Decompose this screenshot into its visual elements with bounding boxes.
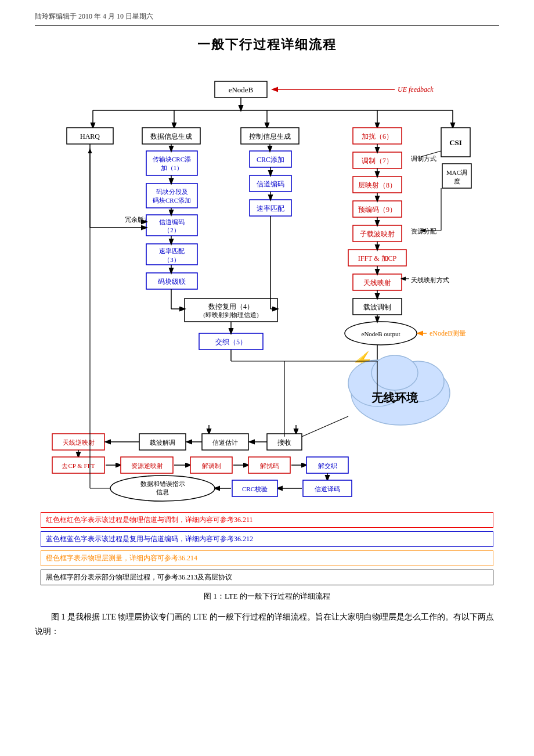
legend-orange: 橙色框字表示物理层测量，详细内容可参考36.214: [41, 550, 493, 566]
svg-text:子载波映射: 子载波映射: [360, 230, 395, 238]
page-title: 一般下行过程详细流程: [35, 36, 499, 53]
svg-text:速率匹配: 速率匹配: [159, 247, 185, 254]
svg-text:eNodeB测量: eNodeB测量: [430, 329, 466, 337]
svg-text:（3）: （3）: [164, 256, 180, 263]
svg-text:解调制: 解调制: [202, 462, 221, 469]
svg-text:解扰码: 解扰码: [260, 462, 279, 469]
author-line: 陆玲辉编辑于 2010 年 4 月 10 日星期六: [35, 12, 499, 21]
svg-text:数据和错误指示: 数据和错误指示: [140, 480, 185, 487]
legend-black: 黑色框字部分表示部分物理层过程，可参考36.213及高层协议: [41, 570, 493, 585]
svg-text:码块分段及: 码块分段及: [156, 188, 188, 195]
svg-text:速率匹配: 速率匹配: [257, 204, 284, 213]
svg-text:MAC调: MAC调: [446, 169, 467, 176]
svg-text:eNodeB output: eNodeB output: [362, 330, 400, 337]
svg-line-121: [302, 416, 348, 437]
svg-rect-36: [146, 183, 197, 208]
svg-text:码块CRC添加: 码块CRC添加: [153, 197, 191, 204]
svg-text:加扰（6）: 加扰（6）: [362, 132, 393, 141]
body-paragraph-1: 图 1 是我根据 LTE 物理层协议专门画的 LTE 的一般下行过程的详细流程。…: [35, 610, 499, 639]
svg-text:HARQ: HARQ: [80, 132, 100, 141]
svg-text:信道估计: 信道估计: [212, 439, 238, 446]
svg-text:CSI: CSI: [449, 138, 462, 147]
svg-text:加（1）: 加（1）: [161, 164, 183, 171]
svg-text:信道编码: 信道编码: [257, 180, 284, 188]
legend-blue: 蓝色框蓝色字表示该过程是复用与信道编码，详细内容可参考36.212: [41, 531, 493, 547]
legend: 红色框红色字表示该过程是物理信道与调制，详细内容可参考36.211 蓝色框蓝色字…: [41, 512, 493, 585]
svg-text:度: 度: [454, 178, 460, 185]
svg-text:信道译码: 信道译码: [315, 485, 340, 492]
svg-text:码块级联: 码块级联: [158, 278, 186, 286]
svg-text:数据信息生成: 数据信息生成: [150, 132, 192, 141]
svg-text:传输块CRC添: 传输块CRC添: [153, 156, 191, 163]
svg-text:天线映射: 天线映射: [363, 279, 391, 287]
svg-text:控制信息生成: 控制信息生成: [249, 132, 291, 141]
svg-text:信息: 信息: [156, 488, 169, 495]
svg-text:信道编码: 信道编码: [159, 218, 185, 225]
svg-text:UE feedback: UE feedback: [398, 85, 434, 93]
svg-text:接收: 接收: [277, 438, 291, 447]
svg-point-106: [371, 355, 418, 390]
svg-text:交织（5）: 交织（5）: [215, 338, 247, 346]
svg-text:eNodeB: eNodeB: [229, 85, 254, 94]
divider: [35, 25, 499, 26]
svg-text:资源逆映射: 资源逆映射: [131, 462, 163, 469]
svg-text:预编码（9）: 预编码（9）: [358, 206, 396, 214]
svg-text:无线环境: 无线环境: [371, 391, 418, 404]
svg-rect-23: [146, 151, 197, 175]
svg-text:资源分配: 资源分配: [411, 228, 436, 235]
svg-text:IFFT & 加CP: IFFT & 加CP: [358, 254, 397, 262]
fig-caption: 图 1：LTE 的一般下行过程的详细流程: [35, 591, 499, 602]
legend-red: 红色框红色字表示该过程是物理信道与调制，详细内容可参考36.211: [41, 512, 493, 528]
svg-text:(即映射到物理信道): (即映射到物理信道): [203, 311, 259, 319]
flow-diagram: eNodeB UE feedback HARQ 数据信息生成 控制信息生成 加扰…: [35, 65, 499, 506]
svg-text:CRC校验: CRC校验: [242, 485, 268, 492]
svg-text:载波调制: 载波调制: [363, 303, 391, 311]
svg-text:数控复用（4）: 数控复用（4）: [208, 303, 254, 311]
svg-text:天线映射方式: 天线映射方式: [411, 276, 449, 283]
svg-text:层映射（8）: 层映射（8）: [358, 181, 396, 189]
svg-text:（2）: （2）: [164, 226, 180, 233]
svg-text:调制（7）: 调制（7）: [362, 157, 393, 165]
svg-text:解交织: 解交织: [318, 462, 337, 469]
svg-text:载波解调: 载波解调: [150, 439, 175, 446]
svg-text:天线逆映射: 天线逆映射: [63, 439, 95, 446]
svg-text:CRC添加: CRC添加: [257, 156, 284, 164]
